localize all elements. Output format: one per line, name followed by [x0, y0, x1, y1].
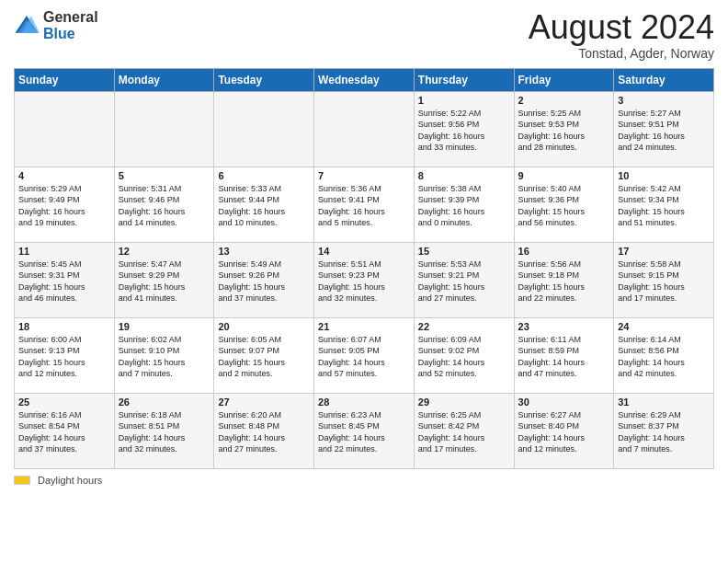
day-number: 19 — [119, 321, 210, 332]
day-number: 16 — [518, 246, 610, 257]
day-info: Sunrise: 6:27 AM Sunset: 8:40 PM Dayligh… — [518, 409, 610, 455]
day-number: 12 — [119, 246, 210, 257]
day-cell — [114, 91, 214, 167]
day-info: Sunrise: 6:23 AM Sunset: 8:45 PM Dayligh… — [318, 409, 410, 455]
day-info: Sunrise: 5:25 AM Sunset: 9:53 PM Dayligh… — [518, 108, 610, 154]
logo-general-text: General — [43, 9, 98, 26]
day-header-thursday: Thursday — [414, 68, 514, 91]
day-number: 28 — [318, 396, 410, 408]
day-cell: 23Sunrise: 6:11 AM Sunset: 8:59 PM Dayli… — [514, 317, 614, 393]
day-cell: 20Sunrise: 6:05 AM Sunset: 9:07 PM Dayli… — [214, 317, 314, 393]
day-cell: 5Sunrise: 5:31 AM Sunset: 9:46 PM Daylig… — [114, 167, 214, 242]
day-number: 23 — [518, 321, 610, 332]
week-row-5: 25Sunrise: 6:16 AM Sunset: 8:54 PM Dayli… — [15, 393, 714, 468]
daylight-bar-icon — [14, 476, 30, 485]
day-cell: 16Sunrise: 5:56 AM Sunset: 9:18 PM Dayli… — [514, 242, 614, 317]
day-number: 3 — [618, 95, 710, 106]
week-row-2: 4Sunrise: 5:29 AM Sunset: 9:49 PM Daylig… — [15, 167, 714, 242]
day-number: 27 — [218, 396, 310, 408]
day-cell: 19Sunrise: 6:02 AM Sunset: 9:10 PM Dayli… — [114, 317, 214, 393]
day-info: Sunrise: 5:45 AM Sunset: 9:31 PM Dayligh… — [18, 259, 110, 304]
day-number: 21 — [318, 321, 410, 332]
day-cell: 3Sunrise: 5:27 AM Sunset: 9:51 PM Daylig… — [614, 91, 714, 167]
day-cell: 28Sunrise: 6:23 AM Sunset: 8:45 PM Dayli… — [314, 393, 415, 468]
day-info: Sunrise: 5:36 AM Sunset: 9:41 PM Dayligh… — [318, 183, 410, 229]
day-cell: 12Sunrise: 5:47 AM Sunset: 9:29 PM Dayli… — [114, 242, 214, 317]
day-number: 30 — [518, 396, 610, 408]
day-number: 10 — [618, 170, 710, 181]
day-number: 20 — [218, 321, 310, 332]
day-cell: 27Sunrise: 6:20 AM Sunset: 8:48 PM Dayli… — [214, 393, 314, 468]
month-year-title: August 2024 — [529, 9, 714, 46]
day-cell — [314, 91, 415, 167]
day-number: 14 — [318, 246, 410, 257]
day-cell: 22Sunrise: 6:09 AM Sunset: 9:02 PM Dayli… — [414, 317, 514, 393]
day-cell: 24Sunrise: 6:14 AM Sunset: 8:56 PM Dayli… — [614, 317, 714, 393]
header: General Blue August 2024 Tonstad, Agder,… — [14, 9, 714, 61]
day-info: Sunrise: 5:49 AM Sunset: 9:26 PM Dayligh… — [218, 259, 310, 304]
day-cell: 15Sunrise: 5:53 AM Sunset: 9:21 PM Dayli… — [414, 242, 514, 317]
day-cell: 31Sunrise: 6:29 AM Sunset: 8:37 PM Dayli… — [614, 393, 714, 468]
day-cell — [15, 91, 115, 167]
day-info: Sunrise: 5:33 AM Sunset: 9:44 PM Dayligh… — [218, 183, 310, 229]
day-cell: 9Sunrise: 5:40 AM Sunset: 9:36 PM Daylig… — [514, 167, 614, 242]
day-info: Sunrise: 5:47 AM Sunset: 9:29 PM Dayligh… — [119, 259, 210, 304]
day-number: 5 — [119, 170, 210, 181]
day-info: Sunrise: 6:25 AM Sunset: 8:42 PM Dayligh… — [418, 409, 510, 455]
footer: Daylight hours — [14, 475, 714, 486]
day-info: Sunrise: 5:29 AM Sunset: 9:49 PM Dayligh… — [18, 183, 110, 229]
logo: General Blue — [14, 9, 98, 41]
day-cell: 14Sunrise: 5:51 AM Sunset: 9:23 PM Dayli… — [314, 242, 415, 317]
day-info: Sunrise: 5:38 AM Sunset: 9:39 PM Dayligh… — [418, 183, 510, 229]
day-number: 18 — [18, 321, 110, 332]
week-row-1: 1Sunrise: 5:22 AM Sunset: 9:56 PM Daylig… — [15, 91, 714, 167]
calendar-table: SundayMondayTuesdayWednesdayThursdayFrid… — [14, 68, 714, 469]
day-info: Sunrise: 5:31 AM Sunset: 9:46 PM Dayligh… — [119, 183, 210, 229]
week-row-3: 11Sunrise: 5:45 AM Sunset: 9:31 PM Dayli… — [15, 242, 714, 317]
day-cell: 1Sunrise: 5:22 AM Sunset: 9:56 PM Daylig… — [414, 91, 514, 167]
logo-text: General Blue — [43, 9, 98, 41]
day-cell — [214, 91, 314, 167]
day-number: 2 — [518, 95, 610, 106]
day-info: Sunrise: 5:51 AM Sunset: 9:23 PM Dayligh… — [318, 259, 410, 304]
logo-blue-text: Blue — [43, 26, 98, 42]
day-header-tuesday: Tuesday — [214, 68, 314, 91]
day-header-wednesday: Wednesday — [314, 68, 415, 91]
day-cell: 29Sunrise: 6:25 AM Sunset: 8:42 PM Dayli… — [414, 393, 514, 468]
day-info: Sunrise: 6:09 AM Sunset: 9:02 PM Dayligh… — [418, 334, 510, 380]
title-block: August 2024 Tonstad, Agder, Norway — [529, 9, 714, 61]
logo-icon — [14, 13, 40, 39]
day-cell: 7Sunrise: 5:36 AM Sunset: 9:41 PM Daylig… — [314, 167, 415, 242]
day-cell: 21Sunrise: 6:07 AM Sunset: 9:05 PM Dayli… — [314, 317, 415, 393]
day-cell: 13Sunrise: 5:49 AM Sunset: 9:26 PM Dayli… — [214, 242, 314, 317]
day-number: 6 — [218, 170, 310, 181]
day-number: 8 — [418, 170, 510, 181]
day-number: 9 — [518, 170, 610, 181]
day-info: Sunrise: 6:14 AM Sunset: 8:56 PM Dayligh… — [618, 334, 710, 380]
day-cell: 26Sunrise: 6:18 AM Sunset: 8:51 PM Dayli… — [114, 393, 214, 468]
day-number: 13 — [218, 246, 310, 257]
day-header-monday: Monday — [114, 68, 214, 91]
day-cell: 4Sunrise: 5:29 AM Sunset: 9:49 PM Daylig… — [15, 167, 115, 242]
day-info: Sunrise: 6:05 AM Sunset: 9:07 PM Dayligh… — [218, 334, 310, 380]
day-header-sunday: Sunday — [15, 68, 115, 91]
day-cell: 30Sunrise: 6:27 AM Sunset: 8:40 PM Dayli… — [514, 393, 614, 468]
day-info: Sunrise: 5:58 AM Sunset: 9:15 PM Dayligh… — [618, 259, 710, 304]
day-info: Sunrise: 5:22 AM Sunset: 9:56 PM Dayligh… — [418, 108, 510, 154]
day-info: Sunrise: 6:20 AM Sunset: 8:48 PM Dayligh… — [218, 409, 310, 455]
location-text: Tonstad, Agder, Norway — [529, 46, 714, 61]
day-cell: 10Sunrise: 5:42 AM Sunset: 9:34 PM Dayli… — [614, 167, 714, 242]
day-info: Sunrise: 6:16 AM Sunset: 8:54 PM Dayligh… — [18, 409, 110, 455]
day-header-saturday: Saturday — [614, 68, 714, 91]
day-info: Sunrise: 5:42 AM Sunset: 9:34 PM Dayligh… — [618, 183, 710, 229]
day-number: 15 — [418, 246, 510, 257]
day-info: Sunrise: 6:18 AM Sunset: 8:51 PM Dayligh… — [119, 409, 210, 455]
day-info: Sunrise: 5:53 AM Sunset: 9:21 PM Dayligh… — [418, 259, 510, 304]
day-number: 31 — [618, 396, 710, 408]
day-info: Sunrise: 6:07 AM Sunset: 9:05 PM Dayligh… — [318, 334, 410, 380]
day-number: 22 — [418, 321, 510, 332]
day-number: 17 — [618, 246, 710, 257]
day-info: Sunrise: 5:56 AM Sunset: 9:18 PM Dayligh… — [518, 259, 610, 304]
day-info: Sunrise: 5:40 AM Sunset: 9:36 PM Dayligh… — [518, 183, 610, 229]
day-header-friday: Friday — [514, 68, 614, 91]
